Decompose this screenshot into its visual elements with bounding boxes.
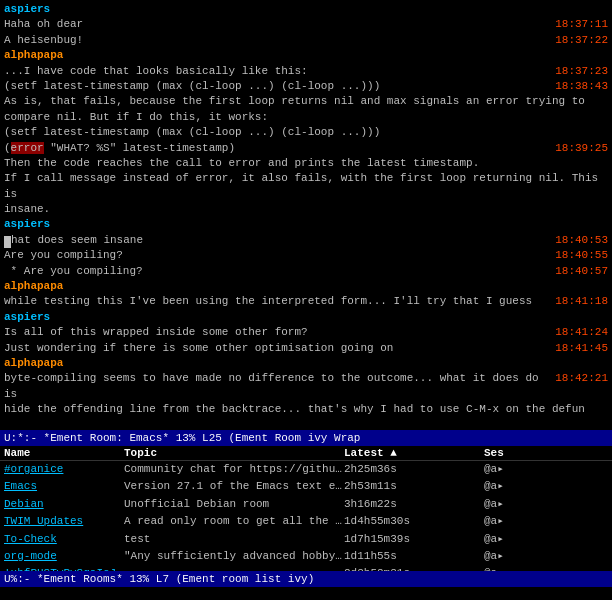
col-header-latest: Latest <box>344 447 484 459</box>
room-session-6: @a▸ <box>484 566 539 571</box>
message-text-5-1: while testing this I've been using the i… <box>4 294 545 309</box>
col-header-name: Name <box>4 447 124 459</box>
table-row[interactable]: !xbfPHSTwPySgaIeJnz:ma... 2d3h52m31s @a▸ <box>0 565 612 571</box>
table-row[interactable]: Debian Unofficial Debian room 3h16m22s @… <box>0 496 612 513</box>
room-session-4: @a▸ <box>484 532 539 547</box>
message-text-2-2: (setf latest-timestamp (max (cl-loop ...… <box>4 79 545 94</box>
room-name-2[interactable]: Debian <box>4 497 124 512</box>
message-text-3-2: As is, that fails, because the first loo… <box>4 94 608 125</box>
message-line-6-2: Just wondering if there is some other op… <box>4 341 608 356</box>
message-line-2-2: (setf latest-timestamp (max (cl-loop ...… <box>4 79 608 94</box>
message-text-1-1: Haha oh dear <box>4 17 545 32</box>
message-line-4-3: * Are you compiling? 18:40:57 <box>4 264 608 279</box>
table-header: Name Topic Latest Ses <box>0 446 612 461</box>
message-line-7-2: hide the offending line from the backtra… <box>4 402 608 417</box>
message-text-4-1: hat does seem insane <box>4 233 545 248</box>
room-table-area: Name Topic Latest Ses #organice Communit… <box>0 446 612 571</box>
username-alphapapa-2: alphapapa <box>4 279 63 294</box>
room-session-1: @a▸ <box>484 479 539 494</box>
message-line-2-1: ...I have code that looks basically like… <box>4 64 608 79</box>
error-highlight: error <box>11 142 44 154</box>
username-line-7: alphapapa <box>4 356 608 371</box>
message-text-6-2: Just wondering if there is some other op… <box>4 341 545 356</box>
room-name-5[interactable]: org-mode <box>4 549 124 564</box>
timestamp-3-5: 18:39:25 <box>553 141 608 156</box>
timestamp-6-1: 18:41:24 <box>553 325 608 340</box>
status-bar-bottom-text: U%:- *Ement Rooms* 13% L7 (Ement room li… <box>4 573 314 585</box>
timestamp-1-1: 18:37:11 <box>553 17 608 32</box>
message-group-4: aspiers hat does seem insane 18:40:53 Ar… <box>4 217 608 279</box>
message-group-5: alphapapa while testing this I've been u… <box>4 279 608 310</box>
message-group-3: As is, that fails, because the first loo… <box>4 94 608 217</box>
room-name-6[interactable]: !xbfPHSTwPySgaIeJnz:ma... <box>4 566 124 571</box>
message-group-7: alphapapa byte-compiling seems to have m… <box>4 356 608 418</box>
room-session-0: @a▸ <box>484 462 539 477</box>
room-topic-0: Community chat for https://githu... <box>124 462 344 477</box>
room-name-4[interactable]: To-Check <box>4 532 124 547</box>
message-text-3-5: (error "WHAT? %S" latest-timestamp) <box>4 141 545 156</box>
room-latest-5: 1d11h55s <box>344 549 484 564</box>
room-latest-6: 2d3h52m31s <box>344 566 484 571</box>
message-text-6-1: Is all of this wrapped inside some other… <box>4 325 545 340</box>
timestamp-5-1: 18:41:18 <box>553 294 608 309</box>
username-aspiers-1: aspiers <box>4 2 50 17</box>
room-topic-5: "Any sufficiently advanced hobby... <box>124 549 344 564</box>
status-bar-bottom: U%:- *Ement Rooms* 13% L7 (Ement room li… <box>0 571 612 587</box>
message-text-7-1: byte-compiling seems to have made no dif… <box>4 371 545 402</box>
room-name-0[interactable]: #organice <box>4 462 124 477</box>
timestamp-7-1: 18:42:21 <box>553 371 608 386</box>
message-text-7-2: hide the offending line from the backtra… <box>4 402 608 417</box>
room-latest-1: 2h53m11s <box>344 479 484 494</box>
message-line-3-8: If I call message instead of error, it a… <box>4 171 608 202</box>
message-text-3-8: If I call message instead of error, it a… <box>4 171 608 202</box>
message-text-3-7: Then the code reaches the call to error … <box>4 156 608 171</box>
table-row[interactable]: #organice Community chat for https://git… <box>0 461 612 478</box>
message-text-4-2: Are you compiling? <box>4 248 545 263</box>
message-line-4-2: Are you compiling? 18:40:55 <box>4 248 608 263</box>
room-session-2: @a▸ <box>484 497 539 512</box>
message-text-3-4: (setf latest-timestamp (max (cl-loop ...… <box>4 125 608 140</box>
status-bar-top-text: U:*:- *Ement Room: Emacs* 13% L25 (Ement… <box>4 432 360 444</box>
username-aspiers-2: aspiers <box>4 217 50 232</box>
timestamp-4-1: 18:40:53 <box>553 233 608 248</box>
room-session-3: @a▸ <box>484 514 539 529</box>
timestamp-4-3: 18:40:57 <box>553 264 608 279</box>
message-group-1: aspiers Haha oh dear 18:37:11 A heisenbu… <box>4 2 608 48</box>
message-group-6: aspiers Is all of this wrapped inside so… <box>4 310 608 356</box>
room-name-1[interactable]: Emacs <box>4 479 124 494</box>
timestamp-2-1: 18:37:23 <box>553 64 608 79</box>
message-line-7-1: byte-compiling seems to have made no dif… <box>4 371 608 402</box>
message-line-3-2: As is, that fails, because the first loo… <box>4 94 608 125</box>
table-row[interactable]: To-Check test 1d7h15m39s @a▸ <box>0 531 612 548</box>
message-line-4-1: hat does seem insane 18:40:53 <box>4 233 608 248</box>
room-latest-0: 2h25m36s <box>344 462 484 477</box>
message-text-3-9: insane. <box>4 202 608 217</box>
chat-area: aspiers Haha oh dear 18:37:11 A heisenbu… <box>0 0 612 430</box>
message-text-4-3: * Are you compiling? <box>4 264 545 279</box>
message-text-1-2: A heisenbug! <box>4 33 545 48</box>
timestamp-6-2: 18:41:45 <box>553 341 608 356</box>
col-header-ses: Ses <box>484 447 539 459</box>
table-row[interactable]: org-mode "Any sufficiently advanced hobb… <box>0 548 612 565</box>
message-line-3-7: Then the code reaches the call to error … <box>4 156 608 171</box>
table-row[interactable]: Emacs Version 27.1 of the Emacs text e..… <box>0 478 612 495</box>
status-bar-top: U:*:- *Ement Room: Emacs* 13% L25 (Ement… <box>0 430 612 446</box>
room-latest-4: 1d7h15m39s <box>344 532 484 547</box>
message-line-3-5: (error "WHAT? %S" latest-timestamp) 18:3… <box>4 141 608 156</box>
table-row[interactable]: TWIM Updates A read only room to get all… <box>0 513 612 530</box>
timestamp-4-2: 18:40:55 <box>553 248 608 263</box>
timestamp-2-2: 18:38:43 <box>553 79 608 94</box>
username-alphapapa-1: alphapapa <box>4 48 63 63</box>
username-line-6: aspiers <box>4 310 608 325</box>
room-topic-4: test <box>124 532 344 547</box>
message-line-3-4: (setf latest-timestamp (max (cl-loop ...… <box>4 125 608 140</box>
room-name-3[interactable]: TWIM Updates <box>4 514 124 529</box>
col-header-topic: Topic <box>124 447 344 459</box>
username-aspiers-3: aspiers <box>4 310 50 325</box>
room-topic-1: Version 27.1 of the Emacs text e... <box>124 479 344 494</box>
message-line-5-1: while testing this I've been using the i… <box>4 294 608 309</box>
timestamp-1-2: 18:37:22 <box>553 33 608 48</box>
username-alphapapa-3: alphapapa <box>4 356 63 371</box>
message-line-3-9: insane. <box>4 202 608 217</box>
message-group-2: alphapapa ...I have code that looks basi… <box>4 48 608 94</box>
